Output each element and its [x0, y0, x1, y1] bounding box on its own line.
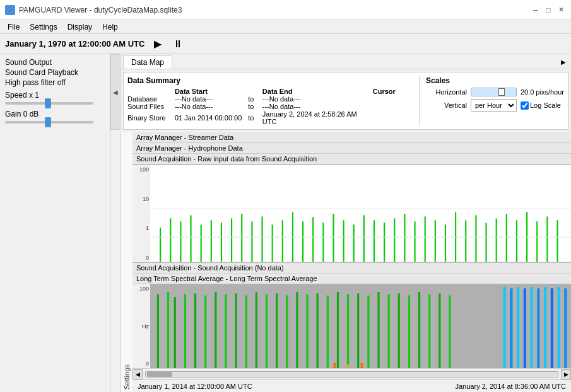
collapse-sidebar-button[interactable]: ◀	[110, 54, 121, 130]
play-button[interactable]: ▶	[151, 37, 165, 51]
tab-expand-icon[interactable]: ▶	[558, 57, 568, 67]
gain-label: Gain 0 dB	[5, 110, 105, 118]
top-chart-canvas	[150, 165, 571, 262]
svg-rect-77	[524, 288, 526, 368]
svg-rect-71	[428, 294, 430, 368]
settings-rows: Array Manager - Streamer Data Array Mana…	[132, 132, 571, 165]
row-binary-store-to: to	[248, 110, 262, 125]
gain-slider-thumb[interactable]	[45, 117, 51, 127]
spectral-svg	[150, 284, 571, 368]
svg-rect-56	[276, 294, 278, 368]
no-data-section: Sound Acquisition - Sound Acquisition (N…	[132, 263, 571, 274]
settings-row-2: Array Manager - Hydrophone Data	[132, 143, 571, 154]
svg-rect-81	[551, 288, 553, 368]
close-button[interactable]: ✕	[556, 5, 566, 15]
app-icon	[5, 5, 15, 15]
chart-main: Array Manager - Streamer Data Array Mana…	[132, 132, 571, 392]
menu-help[interactable]: Help	[97, 21, 123, 33]
row-database-to: to	[248, 95, 262, 103]
log-scale-text: Log Scale	[530, 101, 561, 109]
chart-outer: Settings Array Manager - Streamer Data A…	[121, 132, 571, 392]
svg-rect-57	[286, 296, 288, 368]
row-sound-files-label: Sound Files	[127, 103, 175, 110]
tab-bar: Data Map ▶	[121, 54, 571, 69]
speed-slider-track	[5, 102, 93, 105]
svg-rect-67	[388, 294, 390, 368]
row-binary-store-label: Binary Store	[127, 110, 175, 125]
row-binary-store-end: January 2, 2024 at 2:58:26 AM UTC	[262, 110, 373, 125]
minimize-button[interactable]: ─	[531, 5, 541, 15]
scrollbar-track[interactable]	[145, 371, 558, 378]
svg-rect-80	[544, 287, 546, 368]
scroll-right-button[interactable]: ▶	[561, 369, 571, 379]
main-layout: Sound Output Sound Card Playback High pa…	[0, 54, 571, 392]
menu-settings[interactable]: Settings	[25, 21, 62, 33]
svg-rect-72	[439, 294, 440, 368]
table-row: Sound Files ---No data--- to ---No data-…	[127, 103, 419, 110]
svg-rect-52	[235, 294, 237, 368]
svg-rect-75	[510, 288, 512, 368]
vertical-dropdown[interactable]: per Hour per Day per Week	[471, 99, 517, 112]
svg-rect-58	[296, 292, 298, 368]
row-sound-files-start: ---No data---	[175, 103, 248, 110]
svg-rect-48	[194, 294, 196, 368]
status-right: January 2, 2014 at 8:36:00 AM UTC	[456, 383, 567, 390]
sound-output-section: Sound Output Sound Card Playback High pa…	[5, 58, 105, 87]
svg-rect-84	[333, 363, 336, 368]
data-summary-table: Data Start Data End Cursor Database ---N…	[127, 88, 419, 125]
maximize-button[interactable]: □	[543, 5, 553, 15]
svg-rect-65	[367, 296, 369, 368]
svg-rect-69	[408, 296, 410, 368]
speed-section: Speed x 1	[5, 91, 105, 105]
menubar: File Settings Display Help	[0, 20, 571, 34]
svg-rect-82	[557, 287, 560, 368]
svg-rect-51	[225, 294, 227, 368]
sound-card-playback-label: Sound Card Playback	[5, 68, 105, 77]
log-scale-label: Log Scale	[521, 101, 561, 110]
pause-button[interactable]: ⏸	[171, 37, 185, 51]
sound-output-label: Sound Output	[5, 58, 105, 67]
content-area: Data Map ▶ Data Summary Data Start Data …	[121, 54, 571, 392]
svg-rect-86	[361, 363, 363, 368]
svg-rect-78	[530, 287, 533, 368]
green-bars-svg	[150, 165, 571, 262]
row-database-end: ---No data---	[262, 95, 373, 103]
svg-rect-64	[357, 294, 359, 368]
titlebar-controls[interactable]: ─ □ ✕	[531, 5, 566, 15]
high-pass-filter-label: High pass filter off	[5, 78, 105, 87]
titlebar-left: PAMGUARD Viewer - dutyCycleDataMap.sqlit…	[5, 5, 182, 15]
table-header-row: Data Start Data End Cursor	[127, 88, 419, 95]
tab-data-map[interactable]: Data Map	[123, 55, 172, 69]
row-binary-store-start: 01 Jan 2014 00:00:00	[175, 110, 248, 125]
menu-display[interactable]: Display	[62, 21, 97, 33]
speed-slider-thumb[interactable]	[45, 98, 51, 108]
table-row: Binary Store 01 Jan 2014 00:00:00 to Jan…	[127, 110, 419, 125]
svg-rect-66	[377, 292, 379, 368]
svg-rect-61	[327, 296, 329, 368]
bottom-section-label: Long Term Spectral Average - Long Term S…	[132, 274, 571, 284]
menu-file[interactable]: File	[3, 21, 25, 33]
svg-rect-59	[306, 294, 308, 368]
header-data-end: Data End	[262, 88, 373, 95]
vertical-scale-row: Vertical per Hour per Day per Week Log S…	[426, 99, 564, 112]
data-summary-title: Data Summary	[127, 76, 419, 85]
scrollbar: ◀ ▶	[132, 368, 571, 379]
sidebar: Sound Output Sound Card Playback High pa…	[0, 54, 110, 392]
scroll-left-button[interactable]: ◀	[132, 369, 143, 379]
horizontal-slider[interactable]	[471, 88, 517, 96]
log-scale-checkbox[interactable]	[521, 101, 529, 110]
horizontal-slider-thumb[interactable]	[498, 88, 505, 96]
scales-title: Scales	[426, 76, 564, 85]
svg-rect-54	[256, 292, 257, 368]
svg-rect-62	[337, 292, 339, 368]
svg-rect-55	[266, 294, 268, 368]
scrollbar-thumb[interactable]	[147, 372, 172, 377]
speed-label: Speed x 1	[5, 91, 105, 100]
bottom-chart-canvas	[150, 284, 571, 368]
bottom-y-axis: 100 Hz 0	[132, 284, 150, 368]
top-chart-container: 100 10 1 0	[132, 165, 571, 263]
header-data-start: Data Start	[175, 88, 248, 95]
svg-rect-46	[174, 297, 176, 368]
settings-row-1: Array Manager - Streamer Data	[132, 132, 571, 143]
svg-rect-44	[157, 294, 159, 368]
